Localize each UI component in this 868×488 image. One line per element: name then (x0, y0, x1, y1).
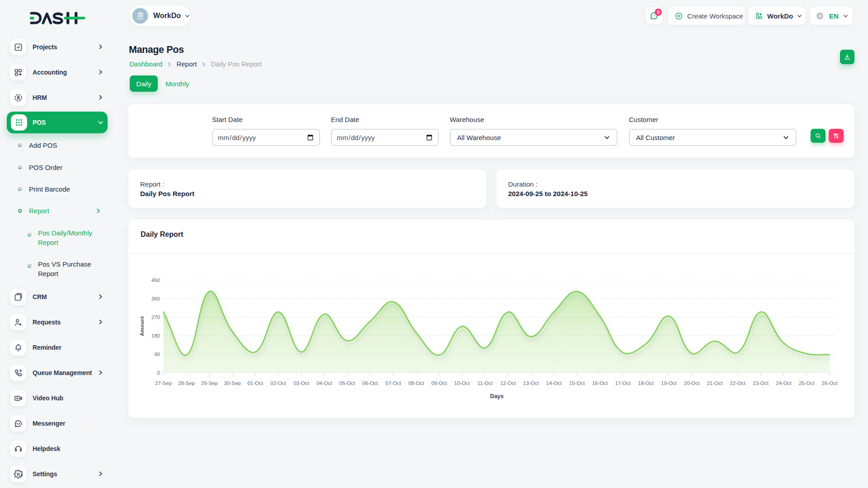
svg-text:450: 450 (151, 277, 160, 283)
svg-text:Days: Days (490, 393, 504, 399)
svg-text:23-Oct: 23-Oct (753, 380, 769, 386)
svg-text:14-Oct: 14-Oct (546, 380, 562, 386)
svg-text:10-Oct: 10-Oct (454, 380, 470, 386)
svg-text:05-Oct: 05-Oct (340, 380, 355, 386)
svg-text:0: 0 (157, 370, 160, 375)
svg-text:20-Oct: 20-Oct (684, 380, 700, 386)
svg-text:07-Oct: 07-Oct (385, 380, 401, 386)
svg-text:12-Oct: 12-Oct (500, 380, 516, 386)
svg-text:15-Oct: 15-Oct (569, 380, 585, 386)
svg-text:08-Oct: 08-Oct (408, 380, 424, 386)
svg-text:21-Oct: 21-Oct (707, 380, 723, 386)
svg-text:17-Oct: 17-Oct (615, 380, 631, 386)
svg-text:270: 270 (151, 314, 160, 320)
svg-text:06-Oct: 06-Oct (363, 380, 378, 386)
svg-text:27-Sep: 27-Sep (155, 380, 172, 386)
svg-text:Amount: Amount (139, 316, 145, 336)
svg-text:09-Oct: 09-Oct (431, 380, 447, 386)
svg-text:360: 360 (151, 296, 160, 301)
svg-text:01-Oct: 01-Oct (247, 380, 263, 386)
svg-text:180: 180 (151, 333, 160, 338)
svg-text:30-Sep: 30-Sep (224, 380, 241, 386)
svg-text:29-Sep: 29-Sep (201, 380, 218, 386)
svg-text:03-Oct: 03-Oct (293, 380, 309, 386)
svg-text:26-Oct: 26-Oct (822, 380, 838, 386)
svg-text:02-Oct: 02-Oct (270, 380, 286, 386)
svg-text:04-Oct: 04-Oct (316, 380, 332, 386)
svg-text:13-Oct: 13-Oct (523, 380, 539, 386)
svg-text:24-Oct: 24-Oct (776, 380, 792, 386)
svg-text:19-Oct: 19-Oct (661, 380, 677, 386)
svg-text:11-Oct: 11-Oct (477, 380, 493, 386)
svg-text:22-Oct: 22-Oct (730, 380, 746, 386)
svg-text:16-Oct: 16-Oct (592, 380, 608, 386)
svg-text:18-Oct: 18-Oct (638, 380, 654, 386)
svg-text:28-Sep: 28-Sep (178, 380, 195, 386)
svg-text:90: 90 (154, 352, 160, 357)
svg-text:25-Oct: 25-Oct (799, 380, 815, 386)
